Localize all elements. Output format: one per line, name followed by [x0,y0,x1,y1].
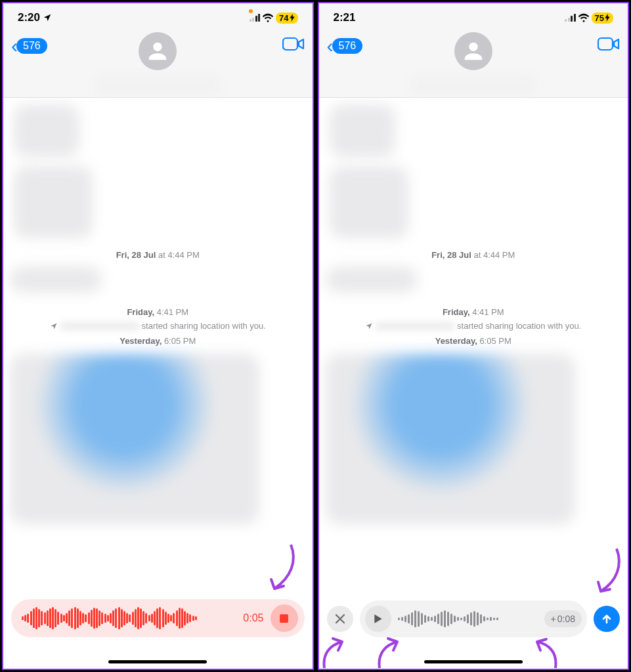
battery-indicator: 75 [592,12,613,24]
lightning-icon [290,14,295,22]
clock: 2:20 [18,11,40,24]
home-indicator[interactable] [108,660,207,663]
annotation-arrow [319,635,359,670]
battery-indicator: 74 [276,12,297,24]
wifi-icon [578,13,590,22]
audio-preview-pill: + 0:08 [360,600,588,637]
recording-elapsed: 0:05 [243,612,263,624]
message-bubble-redacted [326,266,418,293]
battery-percent: 74 [279,13,288,23]
date-separator: Fri, 28 Jul at 4:44 PM [326,250,622,260]
phone-right: 2:21 75 ‹ 576 [318,2,630,670]
person-icon [144,38,171,64]
recording-bar: 0:05 [3,587,313,669]
arrow-up-icon [601,613,613,625]
messages-thread[interactable]: Fri, 28 Jul at 4:44 PM Friday, 4:41 PM s… [3,98,313,587]
facetime-button[interactable] [282,36,305,54]
recording-duration: 0:08 [557,614,575,624]
attachment-bubble-redacted [326,354,575,524]
recording-pill: 0:05 [11,599,305,637]
date-separator: Friday, 4:41 PM [10,307,306,317]
date-separator: Yesterday, 6:05 PM [326,336,622,346]
message-bubble-redacted [14,166,93,238]
sender-name-redacted [60,322,139,331]
annotation-arrow [523,635,562,670]
message-bubble-redacted [14,104,79,157]
clock: 2:21 [334,11,356,24]
home-indicator[interactable] [424,660,523,663]
date-separator: Friday, 4:41 PM [326,307,622,317]
person-icon [460,38,487,64]
sender-name-redacted [376,322,454,331]
annotation-arrow [374,635,414,670]
message-bubble-redacted [330,166,408,238]
contact-avatar[interactable] [454,32,492,70]
message-bubble-redacted [330,104,395,157]
wifi-icon [262,13,274,22]
privacy-mic-dot-icon [249,9,253,13]
play-icon [374,614,383,624]
location-arrow-icon [43,13,52,22]
cellular-signal-icon [250,14,261,22]
audio-preview-bar: + 0:08 [319,591,628,669]
contact-avatar[interactable] [139,32,177,70]
contact-name-redacted [411,75,536,95]
play-preview-button[interactable] [365,606,391,632]
stop-icon [280,614,288,623]
contact-name-redacted [95,75,220,95]
battery-percent: 75 [595,13,604,23]
cellular-signal-icon [565,14,576,22]
back-button[interactable]: ‹ 576 [327,36,363,56]
send-audio-button[interactable] [594,606,620,632]
conversation-header: ‹ 576 [3,32,313,98]
preview-waveform[interactable] [398,608,538,629]
lightning-icon [605,14,610,22]
messages-thread[interactable]: Fri, 28 Jul at 4:44 PM Friday, 4:41 PM s… [319,98,628,591]
conversation-header: ‹ 576 [319,32,628,98]
svg-rect-1 [598,38,613,50]
stop-recording-button[interactable] [271,604,298,632]
unread-count-pill: 576 [16,38,47,54]
facetime-button[interactable] [598,36,620,54]
discard-recording-button[interactable] [327,606,353,632]
continue-recording-button[interactable]: + 0:08 [544,610,582,627]
location-arrow-icon [50,322,58,330]
message-bubble-redacted [10,266,102,293]
location-sharing-notice: started sharing location with you. [326,321,622,331]
status-bar: 2:21 75 [319,3,628,32]
close-icon [335,614,345,624]
date-separator: Yesterday, 6:05 PM [10,336,306,346]
plus-icon: + [551,614,556,624]
status-bar: 2:20 74 [3,3,313,32]
phone-left: 2:20 74 ‹ 576 [2,2,314,670]
location-arrow-icon [365,322,373,330]
date-separator: Fri, 28 Jul at 4:44 PM [10,250,306,260]
unread-count-pill: 576 [332,38,363,54]
attachment-bubble-redacted [10,354,259,524]
location-sharing-notice: started sharing location with you. [10,321,306,331]
recording-waveform [22,605,236,631]
back-button[interactable]: ‹ 576 [11,36,47,56]
svg-rect-0 [283,38,297,50]
